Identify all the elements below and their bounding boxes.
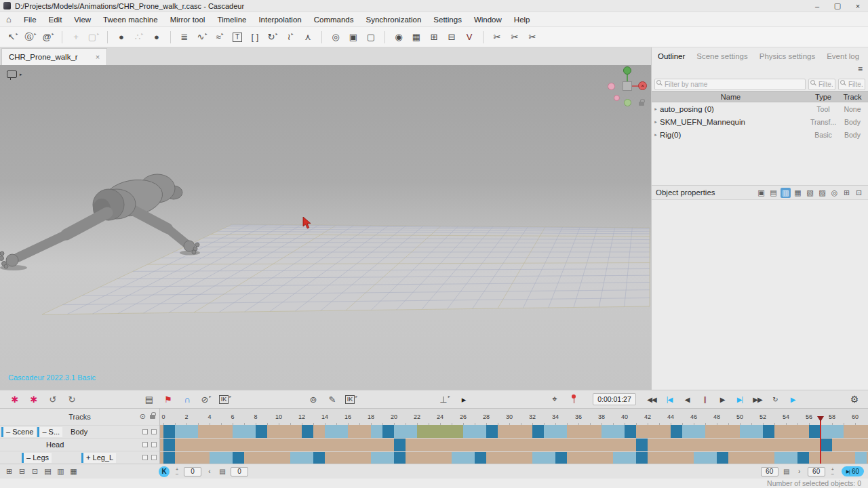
point-tool-icon[interactable]: ● bbox=[114, 29, 129, 45]
gizmo-lock-icon[interactable] bbox=[639, 102, 644, 106]
copy-pose-tool-icon[interactable]: ⊞ bbox=[427, 29, 441, 45]
menu-item-help[interactable]: Help bbox=[508, 12, 536, 26]
ik-mode-button[interactable]: IK▸ bbox=[217, 392, 233, 407]
mannequin-character[interactable] bbox=[0, 65, 651, 390]
interpolation-curve-icon[interactable]: ∿▸ bbox=[195, 29, 210, 45]
display-mode-icon[interactable] bbox=[7, 70, 17, 78]
layout-add-icon[interactable]: ⊞ bbox=[4, 466, 14, 476]
menu-item-tween-machine[interactable]: Tween machine bbox=[97, 12, 164, 26]
ban-icon[interactable]: ⊘▸ bbox=[198, 392, 214, 407]
tab-scene-settings[interactable]: Scene settings bbox=[696, 52, 747, 60]
column-type[interactable]: Type bbox=[810, 93, 837, 101]
prop-transform-icon[interactable]: ▦ bbox=[793, 188, 803, 198]
column-name[interactable]: Name bbox=[652, 93, 810, 101]
track-lane-legs[interactable] bbox=[160, 452, 868, 464]
track-lock-checkbox[interactable] bbox=[151, 429, 157, 434]
track-mute-checkbox[interactable] bbox=[142, 429, 148, 434]
track-lane-head[interactable] bbox=[160, 439, 868, 451]
dropdown-arrow-icon[interactable]: ▸ bbox=[205, 31, 207, 36]
orientation-gizmo[interactable]: × bbox=[608, 68, 650, 110]
play-button[interactable]: ▶ bbox=[784, 392, 802, 406]
track-list-icon[interactable]: ≣ bbox=[177, 29, 192, 45]
validate-tool-icon[interactable]: V bbox=[462, 29, 477, 45]
walk-cycle-tool-icon[interactable]: ⋏ bbox=[300, 29, 315, 45]
key-mode-button[interactable]: K bbox=[159, 466, 170, 477]
gizmo-pivot-tool-icon[interactable]: @▸ bbox=[41, 29, 56, 45]
dropdown-arrow-icon[interactable]: ▸ bbox=[355, 394, 357, 399]
gizmo-y-axis[interactable] bbox=[623, 66, 631, 75]
aim-target-tool-icon[interactable]: ◎ bbox=[328, 29, 343, 45]
cycle-tool-icon[interactable]: ↻▸ bbox=[265, 29, 280, 45]
dropdown-arrow-icon[interactable]: ▸ bbox=[222, 31, 224, 36]
interval-stepper[interactable]: + – bbox=[174, 468, 180, 476]
interval-start-field[interactable]: 0 bbox=[184, 467, 201, 476]
end-frame-badge[interactable]: ▶| 60 bbox=[842, 466, 864, 476]
range-left-field[interactable]: 60 bbox=[761, 467, 778, 476]
jump-start-button[interactable]: ◀◀ bbox=[643, 392, 660, 406]
home-icon[interactable]: ⌂ bbox=[0, 14, 18, 24]
range-right-field[interactable]: 60 bbox=[808, 467, 825, 476]
menu-item-edit[interactable]: Edit bbox=[43, 12, 68, 26]
menu-item-view[interactable]: View bbox=[68, 12, 97, 26]
track-label-s[interactable]: – S... bbox=[37, 427, 62, 437]
maximize-button[interactable]: ▢ bbox=[827, 0, 848, 12]
table-row-auto-posing-0[interactable]: ▸auto_posing (0)ToolNone bbox=[652, 102, 868, 115]
prev-keyframe-button[interactable]: |◀ bbox=[660, 392, 678, 406]
menu-item-timeline[interactable]: Timeline bbox=[211, 12, 252, 26]
dropdown-arrow-icon[interactable]: ▸ bbox=[291, 31, 293, 36]
prop-link-icon[interactable]: ⊞ bbox=[842, 188, 852, 198]
track-lock-checkbox[interactable] bbox=[151, 442, 157, 447]
dropdown-arrow-icon[interactable]: ▸ bbox=[141, 31, 143, 36]
dropdown-arrow-icon[interactable]: ▸ bbox=[209, 394, 211, 399]
text-tool-icon[interactable]: T bbox=[230, 29, 245, 45]
layout-rows-icon[interactable]: ▤ bbox=[43, 466, 53, 476]
spiral-tool-icon[interactable]: ◉ bbox=[391, 29, 406, 45]
playback-settings-gear-icon[interactable]: ⚙ bbox=[846, 394, 863, 405]
magnet-icon[interactable]: ∩ bbox=[179, 392, 195, 407]
menu-item-settings[interactable]: Settings bbox=[427, 12, 468, 26]
interval-list-icon[interactable]: ▤ bbox=[218, 467, 227, 476]
prev-frame-button[interactable]: ◀ bbox=[678, 392, 696, 406]
range-list-icon[interactable]: ▤ bbox=[782, 467, 791, 476]
prop-info-icon[interactable]: ⊡ bbox=[854, 188, 864, 198]
visibility-eye-icon[interactable]: ⊙ bbox=[140, 412, 146, 421]
frame-ruler[interactable]: 0246810121416182022242628303234363840424… bbox=[160, 409, 868, 425]
track-mute-checkbox[interactable] bbox=[142, 455, 148, 460]
menu-item-commands[interactable]: Commands bbox=[308, 12, 360, 26]
flag-icon[interactable]: ⚑ bbox=[160, 392, 176, 407]
cut-frames-icon[interactable]: ✂ bbox=[490, 29, 505, 45]
track-lane-body[interactable] bbox=[160, 425, 868, 438]
next-interval-button[interactable]: › bbox=[795, 467, 804, 476]
dropdown-arrow-icon[interactable]: ▸ bbox=[97, 31, 99, 36]
gizmo-neg-y-axis[interactable] bbox=[624, 99, 631, 106]
expander-icon[interactable]: ▸ bbox=[652, 106, 660, 112]
prop-physics-icon[interactable]: ▧ bbox=[805, 188, 815, 198]
ik-mode-secondary-button[interactable]: IK▸ bbox=[343, 392, 359, 407]
tab-outliner[interactable]: Outliner bbox=[658, 52, 685, 60]
stepper-minus-icon[interactable]: – bbox=[174, 472, 180, 476]
paste-frames-icon[interactable]: ✂ bbox=[525, 29, 540, 45]
gizmo-rotate-tool-icon[interactable]: Ⓖ▸ bbox=[23, 29, 38, 45]
expander-icon[interactable]: ▸ bbox=[652, 132, 660, 138]
track-label-scene[interactable]: – Scene bbox=[1, 427, 36, 437]
marquee-frames-tool-icon[interactable]: ▢ bbox=[363, 29, 378, 45]
prop-mesh-icon[interactable]: ▤ bbox=[768, 188, 778, 198]
jump-end-button[interactable]: ▶▶ bbox=[749, 392, 766, 406]
close-button[interactable]: × bbox=[848, 0, 868, 12]
spring-tool-icon[interactable]: ≀▸ bbox=[283, 29, 298, 45]
viewport-3d[interactable]: ▸ × Cascadeur 2022.3.1 Basic bbox=[0, 65, 651, 390]
track-label-head[interactable]: Head bbox=[43, 440, 66, 450]
layout-split-icon[interactable]: ⊟ bbox=[17, 466, 27, 476]
prop-visibility-icon[interactable]: ◎ bbox=[829, 188, 840, 198]
menu-item-file[interactable]: File bbox=[18, 12, 43, 26]
gizmo-center-cube[interactable] bbox=[623, 81, 632, 91]
camera-tool-icon[interactable]: ▣ bbox=[346, 29, 361, 45]
cursor-target-icon[interactable]: ⌖ bbox=[547, 392, 563, 407]
track-mute-checkbox[interactable] bbox=[142, 442, 148, 447]
prop-behavior-icon[interactable]: ▨ bbox=[817, 188, 827, 198]
track-label-legs[interactable]: – Legs bbox=[22, 453, 52, 463]
dropdown-arrow-icon[interactable]: ▸ bbox=[229, 394, 231, 399]
tab-event-log[interactable]: Event log bbox=[827, 52, 859, 60]
column-track[interactable]: Track bbox=[837, 93, 868, 101]
expander-icon[interactable]: ▸ bbox=[652, 119, 660, 125]
